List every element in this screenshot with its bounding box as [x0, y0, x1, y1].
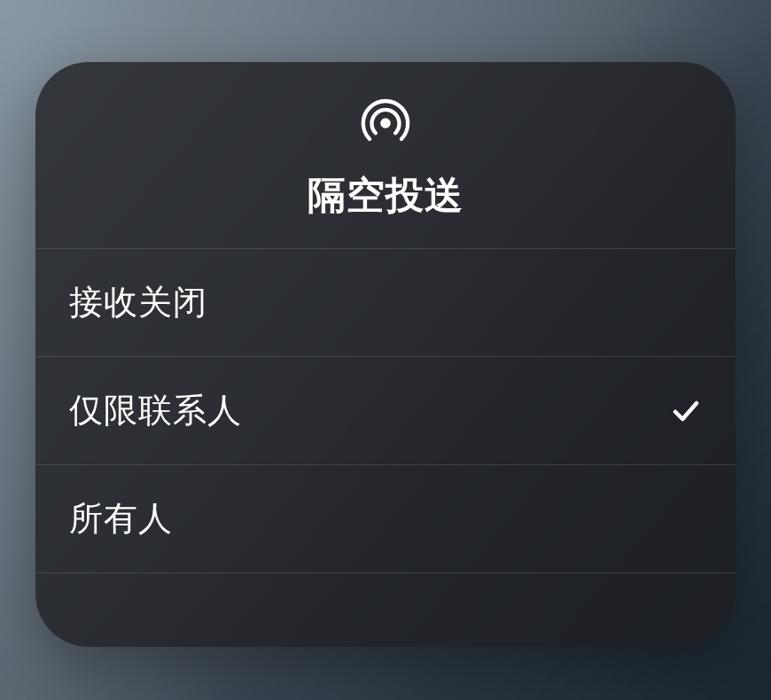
option-label: 接收关闭 — [69, 280, 207, 325]
option-label: 所有人 — [69, 496, 173, 541]
option-label: 仅限联系人 — [69, 388, 242, 433]
option-receiving-off[interactable]: 接收关闭 — [35, 249, 736, 357]
option-contacts-only[interactable]: 仅限联系人 — [35, 357, 736, 465]
checkmark-icon — [670, 395, 702, 427]
option-everyone[interactable]: 所有人 — [35, 465, 736, 573]
panel-title: 隔空投送 — [308, 170, 463, 222]
airdrop-icon — [358, 96, 413, 151]
svg-point-0 — [380, 118, 391, 128]
panel-header: 隔空投送 — [35, 62, 736, 249]
airdrop-settings-panel: 隔空投送 接收关闭 仅限联系人 所有人 — [35, 62, 736, 647]
options-list: 接收关闭 仅限联系人 所有人 — [35, 249, 736, 573]
